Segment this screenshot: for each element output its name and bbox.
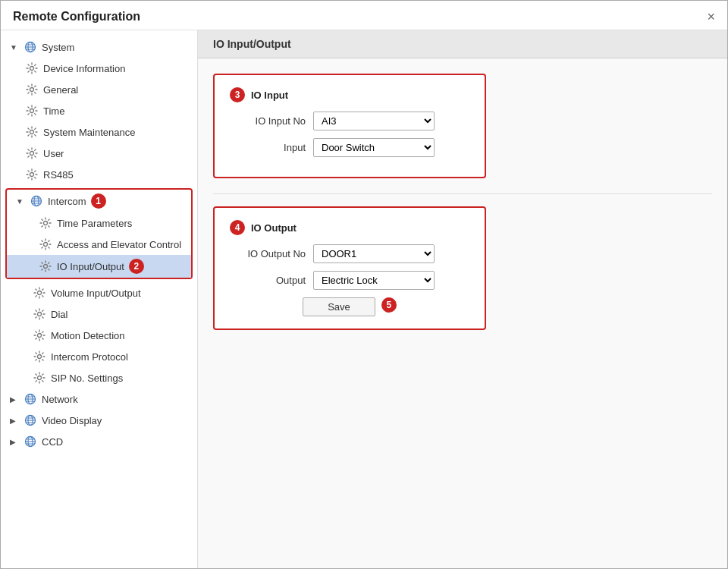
remote-config-window: Remote Configuration × ▼ System [0,0,728,569]
video-display-label: Video Display [42,415,102,426]
time-parameters-label: Time Parameters [57,218,132,229]
io-input-output-label: IO Input/Output [57,261,124,272]
sidebar-item-volume[interactable]: Volume Input/Output [1,282,197,303]
globe-icon-intercom [30,194,43,208]
svg-point-16 [44,222,48,225]
sidebar-item-dial[interactable]: Dial [1,303,197,325]
gear-icon-time-params [39,216,52,230]
save-row: Save 5 [230,297,469,316]
motion-detection-label: Motion Detection [51,330,125,341]
save-button[interactable]: Save [303,297,375,316]
svg-point-10 [30,173,34,177]
sidebar-item-intercom[interactable]: ▼ Intercom 1 [7,190,191,212]
gear-icon-volume [33,286,46,300]
sidebar-item-motion-detection[interactable]: Motion Detection [1,325,197,346]
io-output-title-row: 4 IO Output [230,220,469,235]
sidebar-item-sip-no-settings[interactable]: SIP No. Settings [1,367,197,388]
io-input-title-row: 3 IO Input [230,87,469,102]
svg-point-7 [30,109,34,113]
main-content: ▼ System [1,30,727,568]
intercom-group: ▼ Intercom 1 [5,188,193,279]
sidebar: ▼ System [1,30,198,568]
access-elevator-label: Access and Elevator Control [57,239,181,250]
input-label: Input [230,142,306,153]
io-input-box: 3 IO Input IO Input No AI1 AI2 AI3 AI4 [213,74,486,178]
gear-icon-user [25,146,39,160]
svg-point-9 [30,152,34,156]
io-input-no-select[interactable]: AI1 AI2 AI3 AI4 [313,112,435,130]
sidebar-item-ccd[interactable]: ▶ CCD [1,431,197,452]
io-output-title-text: IO Output [251,222,297,234]
rs485-label: RS485 [43,169,74,181]
network-label: Network [42,394,78,405]
sidebar-item-io-input-output[interactable]: IO Input/Output 2 [7,255,191,278]
output-type-select[interactable]: Electric Lock Normal Open Normal Close [313,271,435,290]
svg-point-19 [38,291,42,295]
device-information-label: Device Information [43,63,125,74]
io-output-no-select[interactable]: DOOR1 DOOR2 DOOR3 [313,244,435,263]
sip-no-settings-label: SIP No. Settings [51,373,123,384]
system-label: System [42,42,74,53]
badge-5: 5 [381,297,397,313]
intercom-arrow: ▼ [16,197,27,206]
svg-point-8 [30,130,34,134]
sidebar-item-system[interactable]: ▼ System [1,36,197,58]
svg-point-20 [38,313,42,316]
sidebar-item-device-information[interactable]: Device Information [1,58,197,79]
svg-point-22 [38,355,42,359]
sidebar-item-user[interactable]: User [1,143,197,164]
ccd-label: CCD [42,436,63,448]
gear-icon-sip [33,371,46,385]
sidebar-item-intercom-protocol[interactable]: Intercom Protocol [1,346,197,367]
output-label: Output [230,275,306,286]
sidebar-item-general[interactable]: General [1,79,197,100]
svg-point-18 [44,265,48,269]
badge-2: 2 [129,259,144,274]
panel-body: 3 IO Input IO Input No AI1 AI2 AI3 AI4 [198,58,727,360]
gear-icon-rs485 [25,168,39,181]
gear-icon-time [25,104,39,118]
time-label: Time [43,105,64,117]
intercom-label: Intercom [48,196,86,207]
network-arrow: ▶ [10,395,20,404]
gear-icon-general [25,83,39,96]
svg-point-23 [38,376,42,380]
user-label: User [43,148,64,159]
sidebar-item-time[interactable]: Time [1,100,197,121]
svg-point-17 [44,243,48,247]
divider [213,193,712,194]
gear-icon-motion [33,329,46,342]
gear-icon-protocol [33,350,46,363]
svg-point-6 [30,88,34,92]
sidebar-item-access-elevator[interactable]: Access and Elevator Control [7,234,191,255]
io-input-no-row: IO Input No AI1 AI2 AI3 AI4 [230,112,469,130]
close-button[interactable]: × [707,10,715,24]
gear-icon-access [39,237,52,251]
sidebar-item-network[interactable]: ▶ Network [1,388,197,410]
badge-1: 1 [91,193,106,209]
globe-icon-network [24,392,37,406]
gear-icon-io [39,259,52,273]
dial-label: Dial [51,309,67,320]
system-maintenance-label: System Maintenance [43,127,135,138]
sidebar-item-video-display[interactable]: ▶ Video Display [1,410,197,431]
io-output-no-label: IO Output No [230,248,306,259]
input-type-select[interactable]: Door Switch Normal Open Normal Close [313,138,435,157]
sidebar-item-time-parameters[interactable]: Time Parameters [7,212,191,234]
panel-header: IO Input/Output [198,30,727,58]
ccd-arrow: ▶ [10,438,20,446]
video-display-arrow: ▶ [10,417,20,425]
io-output-box: 4 IO Output IO Output No DOOR1 DOOR2 DOO… [213,206,486,330]
svg-point-21 [38,334,42,338]
sidebar-item-rs485[interactable]: RS485 [1,164,197,185]
intercom-protocol-label: Intercom Protocol [51,351,128,363]
general-label: General [43,84,78,96]
title-bar: Remote Configuration × [1,1,727,30]
sidebar-item-system-maintenance[interactable]: System Maintenance [1,121,197,143]
io-output-no-row: IO Output No DOOR1 DOOR2 DOOR3 [230,244,469,263]
gear-icon-device [25,61,39,75]
io-input-title: 3 IO Input [230,87,469,102]
window-title: Remote Configuration [13,10,140,24]
badge-3: 3 [230,87,245,102]
io-input-title-text: IO Input [251,90,288,101]
